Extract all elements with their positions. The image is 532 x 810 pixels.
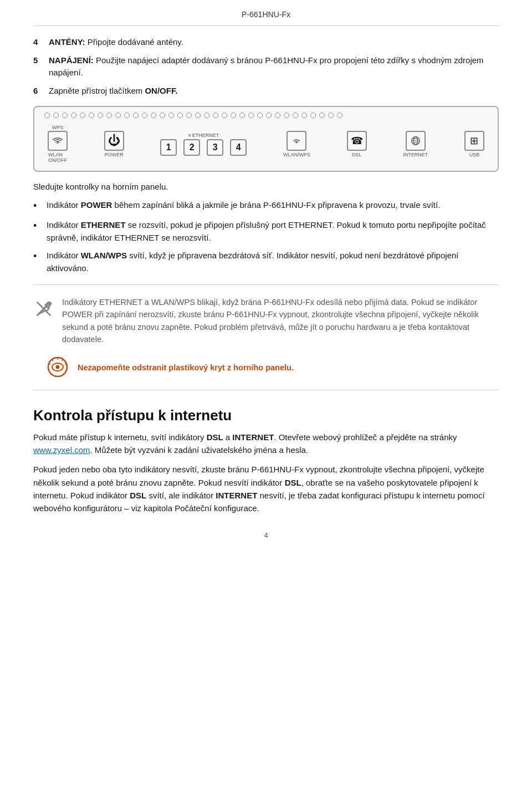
item-6-text: Zapněte přístroj tlačítkem ON/OFF.	[49, 85, 178, 98]
bullet-dot-2: •	[33, 218, 43, 233]
bullet-text-1: Indikátor POWER během zapínání bliká a j…	[47, 199, 440, 212]
power-label: POWER	[105, 152, 124, 157]
eth-3-icon: 3	[207, 139, 223, 156]
bullet-dot-3: •	[33, 249, 43, 264]
eth-4-group: 4	[230, 139, 247, 156]
globe-icon	[410, 135, 421, 146]
eth-2-icon: 2	[183, 139, 200, 156]
dsl-icon: ☎	[347, 131, 367, 151]
dot	[62, 113, 68, 118]
wps-bottom-label: WLANON/OFF	[48, 152, 67, 163]
dot	[89, 113, 94, 118]
ethernet-group: ≡ ETHERNET 1 2 3 4	[160, 133, 247, 156]
wlan-wps-label: WLAN/WPS	[283, 152, 310, 157]
internet-icon	[406, 131, 426, 151]
divider	[33, 284, 499, 285]
dot	[151, 113, 156, 118]
gear-icon-area	[33, 298, 54, 321]
dots-row	[42, 113, 490, 118]
dot	[80, 113, 85, 118]
item-5-text: NAPÁJENÍ: Použijte napájecí adaptér dodá…	[49, 54, 499, 79]
svg-point-12	[56, 365, 60, 369]
paragraph-2: Pokud jeden nebo oba tyto indikátory nes…	[33, 463, 499, 514]
wps-icon	[48, 131, 68, 151]
dot	[142, 113, 147, 118]
internet-bold-p1: INTERNET	[232, 432, 274, 442]
dot	[239, 113, 245, 118]
section-title: Kontrola přístupu k internetu	[33, 407, 499, 424]
item-6: 6 Zapněte přístroj tlačítkem ON/OFF.	[33, 85, 499, 98]
dot	[231, 113, 236, 118]
item-5: 5 NAPÁJENÍ: Použijte napájecí adaptér do…	[33, 54, 499, 79]
ethernet-top-label: ≡ ETHERNET	[188, 133, 219, 138]
bullet-text-2: Indikátor ETHERNET se rozsvítí, pokud je…	[47, 219, 499, 244]
dot	[160, 113, 165, 118]
dot	[301, 113, 307, 118]
bullet-item-wlan: • Indikátor WLAN/WPS svítí, když je přip…	[33, 249, 499, 274]
usb-label: USB	[469, 152, 480, 157]
dot	[186, 113, 192, 118]
wlan-wps-icon	[287, 131, 306, 151]
power-icon-group: ⏻ POWER	[104, 131, 124, 157]
dot	[124, 113, 130, 118]
dot	[98, 113, 103, 118]
item-5-label: NAPÁJENÍ:	[49, 55, 94, 65]
power-bold: POWER	[81, 200, 112, 210]
wlan-wps-group: WLAN/WPS	[283, 131, 310, 157]
dot	[284, 113, 289, 118]
page-number: 4	[264, 531, 268, 539]
item-5-number: 5	[33, 54, 49, 67]
dot	[266, 113, 272, 118]
dsl-bold-p2b: DSL	[130, 491, 146, 500]
eth-4-icon: 4	[230, 139, 247, 156]
dot	[310, 113, 316, 118]
wlan-wps-wifi-icon	[291, 135, 302, 146]
page-footer: 4	[33, 531, 499, 539]
ethernet-bold: ETHERNET	[81, 220, 126, 230]
note-block: Indikátory ETHERNET a WLAN/WPS blikají, …	[33, 296, 499, 346]
dot	[168, 113, 174, 118]
header-title: P-661HNU-Fx	[242, 10, 290, 19]
bullet-item-ethernet: • Indikátor ETHERNET se rozsvítí, pokud …	[33, 219, 499, 244]
dot	[328, 113, 334, 118]
dot	[319, 113, 325, 118]
zyxel-link[interactable]: www.zyxel.com	[33, 445, 90, 455]
note-text: Indikátory ETHERNET a WLAN/WPS blikají, …	[62, 296, 499, 346]
warning-block: Nezapomeňte odstranit plastikový kryt z …	[33, 356, 499, 380]
dot	[71, 113, 76, 118]
item-6-number: 6	[33, 85, 49, 98]
warning-text: Nezapomeňte odstranit plastikový kryt z …	[78, 362, 294, 373]
item-4: 4 ANTÉNY: Připojte dodávané antény.	[33, 36, 499, 49]
svg-line-16	[49, 364, 50, 364]
bullet-text-3: Indikátor WLAN/WPS svítí, když je připra…	[47, 249, 499, 274]
dot	[293, 113, 298, 118]
page-wrapper: P-661HNU-Fx 4 ANTÉNY: Připojte dodávané …	[0, 0, 532, 810]
dot	[53, 113, 59, 118]
internet-label: INTERNET	[403, 152, 428, 157]
divider-2	[33, 390, 499, 390]
usb-group: ⊞ USB	[464, 131, 484, 157]
eth-1-icon: 1	[160, 139, 177, 156]
dot	[133, 113, 139, 118]
dot	[204, 113, 209, 118]
dot	[115, 113, 121, 118]
eth-icons: 1 2 3 4	[160, 139, 247, 156]
item-4-text: ANTÉNY: Připojte dodávané antény.	[49, 36, 183, 49]
dsl-bold-p1: DSL	[207, 432, 223, 442]
bullet-list: • Indikátor POWER během zapínání bliká a…	[33, 199, 499, 274]
dot	[213, 113, 218, 118]
internet-bold-p2: INTERNET	[216, 491, 257, 500]
tools-icon	[33, 298, 54, 319]
svg-line-17	[65, 364, 66, 364]
dot	[248, 113, 254, 118]
dot	[257, 113, 263, 118]
paragraph-1: Pokud máte přístup k internetu, svítí in…	[33, 431, 499, 457]
wlan-bold: WLAN/WPS	[81, 251, 127, 260]
page-header: P-661HNU-Fx	[33, 10, 499, 26]
warning-eye-icon	[44, 356, 71, 378]
router-diagram: WPS WLANON/OFF ⏻ POWER	[33, 106, 499, 172]
router-icons-row: WPS WLANON/OFF ⏻ POWER	[42, 123, 490, 165]
wifi-icon	[52, 135, 64, 147]
dot	[195, 113, 201, 118]
dot	[275, 113, 280, 118]
